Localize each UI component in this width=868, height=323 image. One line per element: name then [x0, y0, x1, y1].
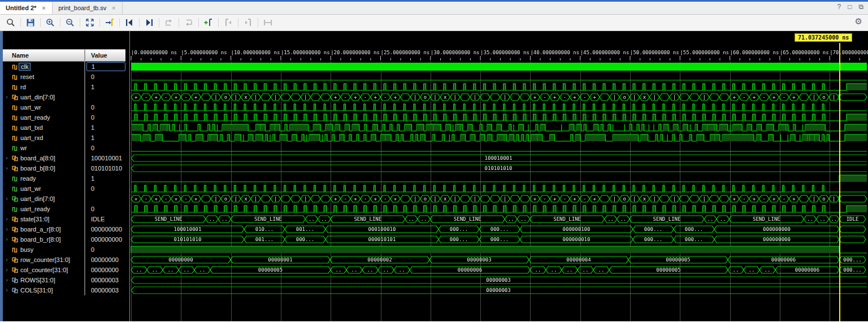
- signal-row-board-b-r80[interactable]: ›board_b_r[8:0]000000000: [3, 234, 125, 245]
- wave-row-ready[interactable]: [130, 173, 868, 184]
- signal-row-reset[interactable]: reset0: [3, 72, 125, 82]
- signal-name-label[interactable]: state[31:0]: [19, 216, 51, 222]
- wave-row-board-a80[interactable]: [130, 153, 868, 163]
- wave-row-ROWS310[interactable]: [130, 275, 868, 285]
- signal-row-uart-wr[interactable]: uart_wr0: [3, 184, 125, 194]
- time-cursor[interactable]: [839, 43, 840, 321]
- float-icon[interactable]: ⧉: [858, 3, 863, 11]
- wave-row-reset[interactable]: [130, 72, 868, 82]
- wave-row-busy[interactable]: [130, 245, 868, 255]
- signal-name-label[interactable]: uart_din[7:0]: [19, 195, 57, 202]
- close-icon[interactable]: ×: [111, 5, 116, 11]
- signal-row-uart-din70[interactable]: ›uart_din[7:0]: [3, 92, 125, 102]
- signal-row-wr[interactable]: wr0: [3, 143, 125, 153]
- signal-row-clk[interactable]: clk1: [3, 62, 125, 72]
- signal-name-label[interactable]: board_b[8:0]: [19, 165, 57, 172]
- signal-name-label[interactable]: board_b_r[8:0]: [19, 236, 63, 243]
- wave-row-uart-wr[interactable]: [130, 184, 868, 194]
- wave-row-board-b-r80[interactable]: [130, 234, 868, 245]
- wave-row-board-b80[interactable]: [130, 163, 868, 173]
- signal-row-col-counter310[interactable]: ›col_counter[31:0]00000000: [3, 265, 125, 275]
- close-icon[interactable]: ×: [41, 5, 46, 11]
- signal-name-label[interactable]: rd: [19, 84, 28, 90]
- help-icon[interactable]: ?: [837, 3, 841, 11]
- settings-gear-icon[interactable]: ⚙: [855, 16, 862, 27]
- wave-row-row-counter310[interactable]: [130, 255, 868, 265]
- zoom-in-button[interactable]: [44, 16, 57, 29]
- wave-row-uart-ready[interactable]: [130, 112, 868, 123]
- wave-row-uart-ready[interactable]: [130, 204, 868, 214]
- wave-row-rd[interactable]: [130, 82, 868, 92]
- expand-arrow-icon[interactable]: ›: [3, 94, 11, 100]
- zoom-out-button[interactable]: [63, 16, 77, 29]
- signal-row-board-a-r80[interactable]: ›board_a_r[8:0]000000000: [3, 224, 125, 234]
- search-button[interactable]: [4, 16, 18, 29]
- expand-arrow-icon[interactable]: ›: [3, 237, 11, 242]
- signal-row-ROWS310[interactable]: ›ROWS[31:0]00000003: [3, 275, 125, 285]
- save-button[interactable]: [24, 16, 37, 29]
- signal-row-board-b80[interactable]: ›board_b[8:0]010101010: [3, 163, 125, 173]
- wave-row-uart-txd[interactable]: [130, 123, 868, 133]
- wave-row-uart-din70[interactable]: [130, 92, 868, 102]
- signal-name-label[interactable]: uart_ready: [19, 114, 52, 121]
- signal-name-label[interactable]: board_a[8:0]: [19, 155, 57, 162]
- expand-arrow-icon[interactable]: ›: [3, 267, 11, 273]
- prev-transition-button[interactable]: [123, 16, 136, 29]
- expand-arrow-icon[interactable]: ›: [3, 155, 11, 161]
- wave-row-uart-rxd[interactable]: [130, 133, 868, 143]
- signal-name-label[interactable]: uart_wr: [19, 104, 43, 111]
- signal-row-ready[interactable]: ready1: [3, 173, 125, 184]
- wave-row-uart-wr[interactable]: [130, 102, 868, 112]
- signal-name-label[interactable]: uart_ready: [19, 206, 52, 212]
- zoom-fit-button[interactable]: [83, 16, 97, 29]
- signal-name-label[interactable]: reset: [19, 73, 36, 80]
- expand-arrow-icon[interactable]: ›: [3, 257, 11, 263]
- signal-row-board-a80[interactable]: ›board_a[8:0]100010001: [3, 153, 125, 163]
- signal-row-uart-ready[interactable]: uart_ready0: [3, 112, 125, 123]
- signal-row-busy[interactable]: busy0: [3, 245, 125, 255]
- expand-arrow-icon[interactable]: ›: [3, 277, 11, 283]
- goto-time-button[interactable]: [103, 16, 116, 29]
- signal-name-label[interactable]: uart_wr: [19, 185, 43, 192]
- expand-arrow-icon[interactable]: ›: [3, 165, 11, 171]
- tab-print-board-tb[interactable]: print_board_tb.sv ×: [53, 2, 123, 14]
- value-column-header[interactable]: Value: [85, 50, 125, 61]
- signal-name-label[interactable]: ready: [19, 175, 38, 182]
- signal-row-uart-txd[interactable]: uart_txd1: [3, 123, 125, 133]
- name-column-header[interactable]: Name: [3, 50, 85, 61]
- panel-wave-divider[interactable]: [125, 31, 130, 321]
- signal-name-label[interactable]: board_a_r[8:0]: [19, 226, 63, 233]
- expand-arrow-icon[interactable]: ›: [3, 287, 11, 293]
- wave-row-uart-din70[interactable]: [130, 194, 868, 204]
- expand-arrow-icon[interactable]: ›: [3, 226, 11, 232]
- signal-name-label[interactable]: uart_rxd: [19, 134, 45, 141]
- signal-name-label[interactable]: clk: [19, 63, 31, 71]
- wave-row-clk[interactable]: [130, 62, 868, 72]
- signal-row-state310[interactable]: ›state[31:0]IDLE: [3, 214, 125, 224]
- next-transition-button[interactable]: [142, 16, 156, 29]
- signal-name-label[interactable]: row_counter[31:0]: [19, 256, 72, 263]
- signal-name-label[interactable]: ROWS[31:0]: [19, 277, 57, 283]
- wave-row-state310[interactable]: [130, 214, 868, 224]
- expand-arrow-icon[interactable]: ›: [3, 216, 11, 222]
- signal-name-label[interactable]: uart_txd: [19, 124, 45, 131]
- signal-row-uart-ready[interactable]: uart_ready0: [3, 204, 125, 214]
- time-ruler[interactable]: [130, 48, 868, 62]
- signal-row-COLS310[interactable]: ›COLS[31:0]00000003: [3, 285, 125, 295]
- signal-row-uart-wr[interactable]: uart_wr0: [3, 102, 125, 112]
- tab-untitled-2[interactable]: Untitled 2* ×: [0, 2, 53, 14]
- wave-row-wr[interactable]: [130, 143, 868, 153]
- wave-row-board-a-r80[interactable]: [130, 224, 868, 234]
- signal-name-label[interactable]: busy: [19, 246, 35, 253]
- signal-name-label[interactable]: col_counter[31:0]: [19, 267, 70, 273]
- signal-row-row-counter310[interactable]: ›row_counter[31:0]00000000: [3, 255, 125, 265]
- expand-arrow-icon[interactable]: ›: [3, 196, 11, 202]
- signal-name-label[interactable]: COLS[31:0]: [19, 287, 54, 294]
- add-marker-button[interactable]: [202, 16, 215, 29]
- signal-name-label[interactable]: wr: [19, 145, 29, 151]
- maximize-icon[interactable]: □: [848, 3, 852, 11]
- signal-row-uart-din70[interactable]: ›uart_din[7:0]: [3, 194, 125, 204]
- wave-row-COLS310[interactable]: [130, 285, 868, 295]
- waveform-panel[interactable]: 71.037245000 ns: [130, 31, 868, 321]
- signal-name-label[interactable]: uart_din[7:0]: [19, 94, 57, 101]
